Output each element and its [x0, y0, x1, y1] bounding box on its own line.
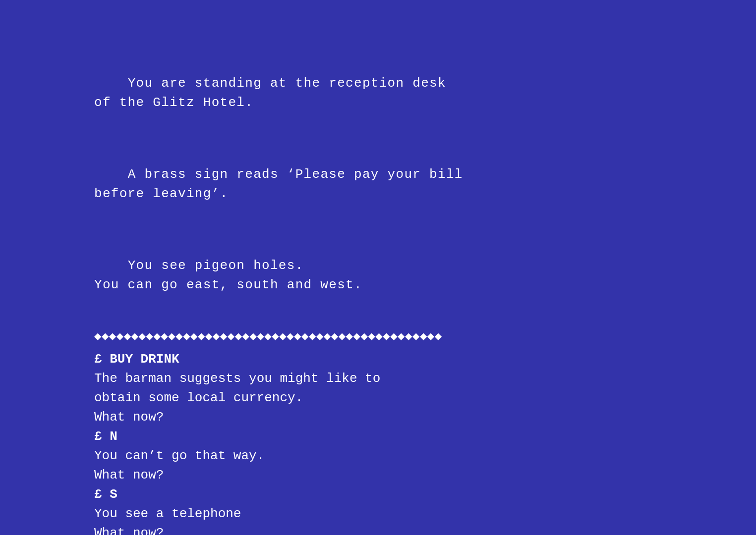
room-line2: You can go east, south and west. — [94, 277, 362, 292]
location-line2: of the Glitz Hotel. — [94, 95, 253, 110]
prompt3: What now? — [94, 524, 662, 535]
location-description: You are standing at the reception desk o… — [94, 54, 662, 132]
prompt1: What now? — [94, 408, 662, 427]
response2: You can’t go that way. — [94, 446, 662, 466]
command2-text: £ N — [94, 427, 662, 446]
separator: ◆◆◆◆◆◆◆◆◆◆◆◆◆◆◆◆◆◆◆◆◆◆◆◆◆◆◆◆◆◆◆◆◆◆◆◆◆◆◆◆… — [94, 328, 662, 346]
sign-description: A brass sign reads ‘Please pay your bill… — [94, 146, 662, 223]
command3-text: £ S — [94, 485, 662, 504]
command-n: £ N You can’t go that way. What now? — [94, 427, 662, 485]
command1-text: £ BUY DRINK — [94, 350, 662, 369]
prompt2: What now? — [94, 466, 662, 485]
command-s: £ S You see a telephone What now? — [94, 485, 662, 535]
game-screen: You are standing at the reception desk o… — [55, 25, 701, 510]
room-line1: You see pigeon holes. — [128, 258, 304, 273]
response1-line1: The barman suggests you might like to — [94, 369, 662, 388]
command-buy-drink: £ BUY DRINK The barman suggests you migh… — [94, 350, 662, 427]
sign-line1: A brass sign reads ‘Please pay your bill — [128, 167, 463, 182]
response1-line2: obtain some local currency. — [94, 388, 662, 408]
response3: You see a telephone — [94, 504, 662, 524]
location-line1: You are standing at the reception desk — [128, 76, 446, 91]
sign-line2: before leaving’. — [94, 186, 228, 201]
room-description: You see pigeon holes. You can go east, s… — [94, 237, 662, 314]
